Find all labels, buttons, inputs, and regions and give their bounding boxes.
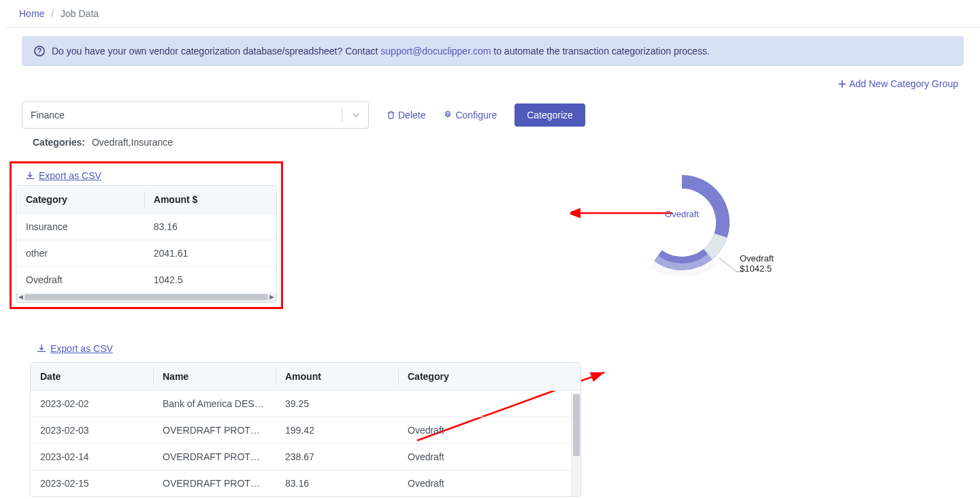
breadcrumb-home[interactable]: Home: [19, 8, 44, 19]
tx-header-category[interactable]: Category: [398, 363, 581, 391]
alert-text-post: to automate the transaction categorizati…: [493, 46, 710, 57]
breadcrumb-separator: /: [51, 8, 54, 19]
support-email-link[interactable]: support@docuclipper.com: [380, 46, 491, 57]
export-csv-label-2: Export as CSV: [50, 343, 113, 354]
vertical-scrollbar[interactable]: [571, 393, 581, 496]
question-circle-icon: [34, 46, 45, 57]
gear-icon: [443, 110, 453, 120]
categorize-button[interactable]: Categorize: [514, 103, 585, 127]
summary-header-category[interactable]: Category: [16, 186, 144, 214]
delete-label: Delete: [398, 110, 425, 120]
trash-icon: [387, 110, 395, 120]
summary-header-amount[interactable]: Amount $: [144, 186, 276, 214]
table-row[interactable]: Ovedraft1042.5: [16, 266, 276, 293]
breadcrumb-current: Job Data: [61, 8, 99, 19]
tx-header-date[interactable]: Date: [31, 363, 153, 391]
export-csv-label-1: Export as CSV: [39, 170, 101, 181]
category-group-select[interactable]: Finance: [22, 101, 369, 129]
scrollbar-thumb[interactable]: [573, 394, 580, 456]
add-category-group-button[interactable]: Add New Category Group: [838, 78, 958, 89]
configure-label: Configure: [455, 110, 497, 120]
download-icon: [25, 171, 35, 180]
categorize-label: Categorize: [527, 110, 573, 120]
table-row[interactable]: 2023-02-03OVERDRAFT PROTECTIO...199.42Ov…: [31, 417, 581, 443]
breadcrumb: Home / Job Data: [5, 0, 980, 27]
table-row[interactable]: 2023-02-15OVERDRAFT PROTECTIO...83.16Ove…: [31, 470, 581, 496]
summary-highlight-box: Export as CSV Category Amount $ Insuranc…: [10, 161, 283, 309]
callout-name: Ovedraft: [740, 253, 774, 263]
categories-line: Categories: Ovedraft,Insurance: [5, 137, 980, 161]
export-csv-transactions[interactable]: Export as CSV: [37, 343, 113, 354]
donut-center-label: Ovedraft: [662, 209, 702, 219]
info-alert: Do you have your own vendor categorizati…: [22, 36, 964, 66]
scroll-left-arrow[interactable]: ◀: [18, 293, 23, 300]
callout-value: $1042.5: [740, 263, 774, 274]
horizontal-scrollbar[interactable]: ◀ ▶: [16, 293, 276, 302]
chevron-down-icon: [342, 108, 360, 122]
add-category-group-label: Add New Category Group: [849, 78, 958, 89]
delete-button[interactable]: Delete: [387, 110, 425, 120]
transactions-table: Date Name Amount Category 2023-02-02Bank…: [31, 363, 581, 496]
alert-text-pre: Do you have your own vendor categorizati…: [52, 46, 380, 57]
export-csv-summary[interactable]: Export as CSV: [25, 170, 101, 181]
scrollbar-thumb[interactable]: [24, 294, 268, 300]
category-group-selected: Finance: [31, 110, 65, 120]
category-donut-chart[interactable]: Ovedraft Ovedraft $1042.5: [621, 161, 859, 297]
tx-header-name[interactable]: Name: [153, 363, 276, 391]
categories-label: Categories:: [33, 137, 85, 148]
table-row[interactable]: 2023-02-02Bank of America DES:CA...39.25: [31, 390, 581, 417]
donut-svg: [621, 161, 743, 284]
scroll-right-arrow[interactable]: ▶: [270, 293, 274, 300]
download-icon: [37, 344, 46, 353]
table-row[interactable]: Insurance83.16: [16, 213, 276, 240]
categories-list: Ovedraft,Insurance: [92, 137, 173, 148]
donut-callout: Ovedraft $1042.5: [740, 253, 774, 274]
summary-table: Category Amount $ Insurance83.16 other20…: [16, 186, 276, 293]
configure-button[interactable]: Configure: [443, 110, 497, 120]
table-row[interactable]: 2023-02-14OVERDRAFT PROTECTIO...238.67Ov…: [31, 443, 581, 470]
tx-header-amount[interactable]: Amount: [276, 363, 398, 391]
plus-icon: [838, 80, 847, 88]
callout-line: [719, 258, 736, 272]
table-row[interactable]: other2041.61: [16, 240, 276, 266]
